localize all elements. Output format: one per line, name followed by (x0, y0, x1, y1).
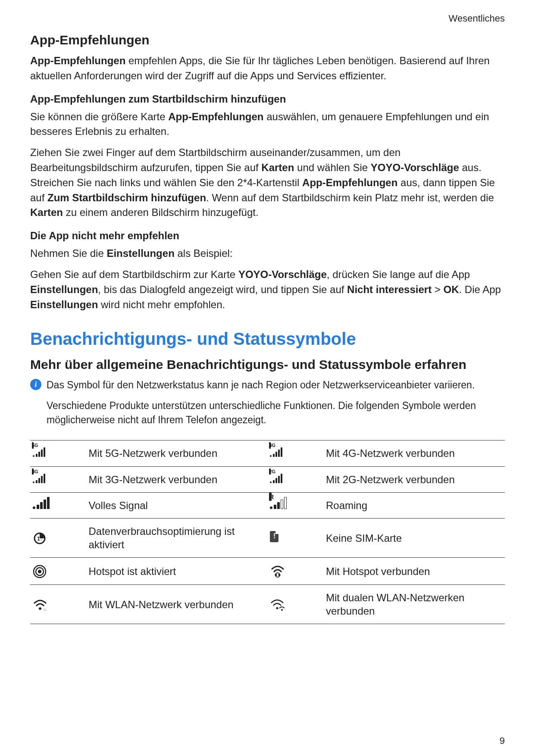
paragraph: Gehen Sie auf dem Startbildschirm zur Ka… (30, 267, 505, 312)
table-row: Volles Signal R Roaming (30, 492, 505, 518)
text: Gehen Sie auf dem Startbildschirm zur Ka… (30, 269, 238, 280)
table-row: 1↓ Datenverbrauchsoptimierung ist aktivi… (30, 518, 505, 557)
paragraph: App-Empfehlungen empfehlen Apps, die Sie… (30, 53, 505, 84)
bold-text: Nicht interessiert (347, 284, 432, 295)
status-icon-table: 5G Mit 5G-Netzwerk verbunden 4G Mit 4G-N… (30, 440, 505, 624)
text: > (432, 284, 443, 295)
note-body: Das Symbol für den Netzwerkstatus kann j… (47, 378, 505, 433)
heading-app-empfehlungen: App-Empfehlungen (30, 33, 505, 47)
text: wird nicht mehr empfohlen. (98, 299, 225, 310)
text: zu einem anderen Bildschirm hinzugefügt. (63, 206, 259, 218)
signal-4g-icon: 4G (267, 440, 323, 466)
text: , drücken Sie lange auf die App (327, 269, 470, 280)
chapter-title: Benachrichtigungs- und Statussymbole (30, 329, 505, 349)
paragraph: Sie können die größere Karte App-Empfehl… (30, 109, 505, 140)
table-row: Hotspot ist aktiviert Mit Hotspot verbun… (30, 558, 505, 585)
signal-5g-icon: 5G (30, 440, 86, 466)
wifi-dual-icon (267, 584, 323, 624)
paragraph: Ziehen Sie zwei Finger auf dem Startbild… (30, 145, 505, 220)
data-optimization-icon: 1↓ (30, 518, 86, 557)
bold-text: App-Empfehlungen (302, 177, 397, 188)
icon-description: Mit Hotspot verbunden (323, 558, 505, 585)
text: und wählen Sie (294, 162, 370, 173)
bold-text: OK (444, 284, 459, 295)
icon-description: Mit 4G-Netzwerk verbunden (323, 440, 505, 466)
signal-2g-icon: 2G (267, 466, 323, 492)
table-row: 3G Mit 3G-Netzwerk verbunden 2G Mit 2G-N… (30, 466, 505, 492)
bold-text: YOYO-Vorschläge (371, 162, 459, 173)
icon-description: Mit 5G-Netzwerk verbunden (86, 440, 268, 466)
bold-text: Zum Startbildschirm hinzufügen (47, 192, 206, 203)
bold-text: Einstellungen (30, 299, 98, 310)
icon-description: Mit dualen WLAN-Netzwerken verbunden (323, 584, 505, 624)
bold-text: App-Empfehlungen (30, 55, 125, 66)
hotspot-icon (30, 558, 86, 585)
page-number: 9 (500, 735, 505, 747)
breadcrumb: Wesentliches (30, 13, 505, 24)
heading-status-icons: Mehr über allgemeine Benachrichtigungs- … (30, 357, 505, 372)
bold-text: Einstellungen (30, 284, 98, 295)
text: . Wenn auf dem Startbildschirm kein Plat… (206, 192, 494, 203)
svg-point-8 (39, 607, 41, 610)
signal-roaming-icon: R (267, 492, 323, 518)
signal-full-icon (30, 492, 86, 518)
bold-text: YOYO-Vorschläge (238, 269, 327, 280)
note-text: Verschiedene Produkte unterstützen unter… (47, 399, 505, 428)
text: Sie können die größere Karte (30, 111, 168, 122)
svg-text:↑↓: ↑↓ (43, 608, 47, 611)
icon-description: Mit 3G-Netzwerk verbunden (86, 466, 268, 492)
bold-text: Karten (30, 206, 63, 218)
document-page: Wesentliches App-Empfehlungen App-Empfeh… (0, 0, 535, 756)
text: Nehmen Sie die (30, 247, 106, 259)
icon-description: Mit WLAN-Netzwerk verbunden (86, 584, 268, 624)
no-sim-icon (267, 518, 323, 557)
info-icon: i (30, 379, 41, 390)
svg-text:1↓: 1↓ (37, 536, 43, 542)
hotspot-connected-icon (267, 558, 323, 585)
icon-description: Mit 2G-Netzwerk verbunden (323, 466, 505, 492)
icon-description: Datenverbrauchsoptimierung ist aktiviert (86, 518, 268, 557)
heading-add-to-home: App-Empfehlungen zum Startbildschirm hin… (30, 93, 505, 105)
icon-description: Keine SIM-Karte (323, 518, 505, 557)
bold-text: Einstellungen (106, 247, 174, 259)
wifi-icon: ↑↓ (30, 584, 86, 624)
heading-stop-recommend: Die App nicht mehr empfehlen (30, 230, 505, 242)
paragraph: Nehmen Sie die Einstellungen als Beispie… (30, 246, 505, 261)
bold-text: App-Empfehlungen (168, 111, 263, 122)
icon-description: Hotspot ist aktiviert (86, 558, 268, 585)
svg-point-2 (38, 570, 41, 573)
table-row: 5G Mit 5G-Netzwerk verbunden 4G Mit 4G-N… (30, 440, 505, 466)
svg-point-11 (281, 609, 283, 611)
signal-3g-icon: 3G (30, 466, 86, 492)
info-note: i Das Symbol für den Netzwerkstatus kann… (30, 378, 505, 433)
bold-text: Karten (261, 162, 294, 173)
table-row: ↑↓ Mit WLAN-Netzwerk verbunden Mit duale… (30, 584, 505, 624)
icon-description: Volles Signal (86, 492, 268, 518)
svg-point-10 (276, 607, 278, 609)
icon-description: Roaming (323, 492, 505, 518)
text: . Die App (459, 284, 501, 295)
text: , bis das Dialogfeld angezeigt wird, und… (98, 284, 347, 295)
note-text: Das Symbol für den Netzwerkstatus kann j… (47, 378, 505, 392)
text: als Beispiel: (175, 247, 233, 259)
